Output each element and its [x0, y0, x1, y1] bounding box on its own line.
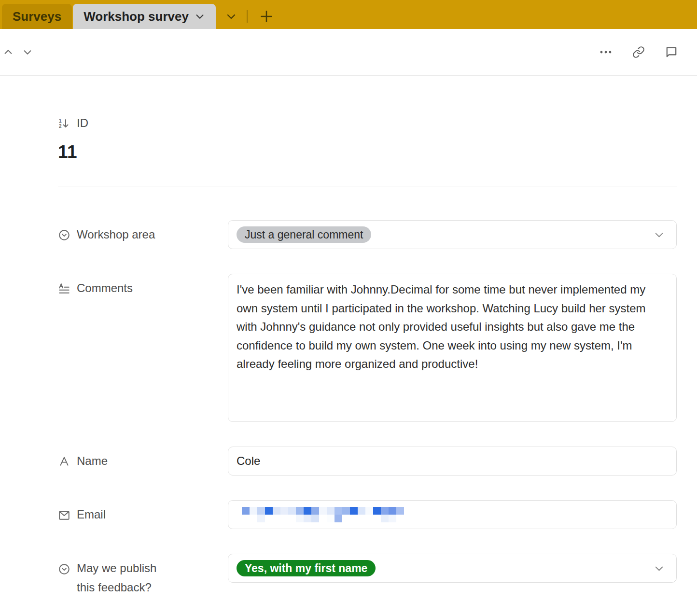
- svg-text:2: 2: [59, 124, 62, 129]
- field-label: May we publish this feedback?: [77, 559, 176, 597]
- field-row-name: Name Cole: [58, 447, 677, 476]
- chevron-down-icon: [22, 47, 33, 57]
- next-record-button[interactable]: [22, 47, 33, 57]
- email-input[interactable]: [228, 500, 677, 529]
- previous-record-button[interactable]: [3, 47, 14, 57]
- copy-record-link-button[interactable]: [632, 46, 645, 58]
- email-icon: [58, 509, 70, 521]
- single-select-icon: [58, 563, 70, 575]
- field-row-comments: Comments I've been familiar with Johnny.…: [58, 274, 677, 422]
- chevron-down-icon[interactable]: [654, 563, 665, 574]
- field-label: Workshop area: [77, 225, 155, 244]
- link-icon: [632, 46, 645, 58]
- table-tab-bar: Surveys Workshop survey: [0, 0, 697, 29]
- field-row-workshop-area: Workshop area Just a general comment: [58, 220, 677, 249]
- name-input[interactable]: Cole: [228, 447, 677, 476]
- record-detail: 1 2 ID 11 Workshop area Just a general c…: [0, 76, 697, 597]
- field-row-email: Email: [58, 500, 677, 529]
- add-table-button[interactable]: [248, 4, 285, 29]
- workshop-area-select[interactable]: Just a general comment: [228, 220, 677, 249]
- ellipsis-icon: [599, 50, 612, 54]
- tab-workshop-survey[interactable]: Workshop survey: [73, 4, 216, 29]
- single-line-text-icon: [58, 455, 70, 468]
- tab-surveys-label: Surveys: [13, 9, 61, 24]
- field-label: Comments: [77, 279, 133, 298]
- long-text-icon: [58, 282, 70, 295]
- primary-field-label: ID: [77, 116, 88, 130]
- plus-icon: [260, 10, 273, 23]
- field-label: Email: [77, 505, 106, 524]
- autonumber-icon: 1 2: [58, 118, 70, 129]
- chevron-down-icon[interactable]: [195, 11, 205, 22]
- chevron-up-icon: [3, 47, 14, 57]
- primary-field-header: 1 2 ID: [58, 116, 677, 130]
- more-options-button[interactable]: [599, 50, 612, 54]
- single-select-icon: [58, 229, 70, 241]
- record-id-value: 11: [58, 142, 677, 162]
- chevron-down-icon: [225, 11, 237, 22]
- record-toolbar: [0, 29, 697, 76]
- select-value-pill[interactable]: Just a general comment: [237, 226, 371, 243]
- chevron-down-icon[interactable]: [654, 229, 665, 240]
- select-value-pill[interactable]: Yes, with my first name: [237, 560, 376, 576]
- tab-surveys[interactable]: Surveys: [2, 4, 72, 29]
- section-divider: [58, 186, 677, 186]
- tab-workshop-survey-label: Workshop survey: [84, 9, 189, 24]
- field-row-publish-consent: May we publish this feedback? Yes, with …: [58, 554, 677, 597]
- field-label: Name: [77, 451, 108, 471]
- publish-consent-select[interactable]: Yes, with my first name: [228, 554, 677, 583]
- table-list-expander[interactable]: [216, 4, 247, 29]
- comment-bubble-icon: [665, 46, 678, 58]
- comments-button[interactable]: [665, 46, 678, 58]
- comments-textarea[interactable]: I've been familiar with Johnny.Decimal f…: [228, 274, 677, 422]
- svg-text:1: 1: [59, 118, 62, 124]
- redacted-email-value: [242, 507, 404, 522]
